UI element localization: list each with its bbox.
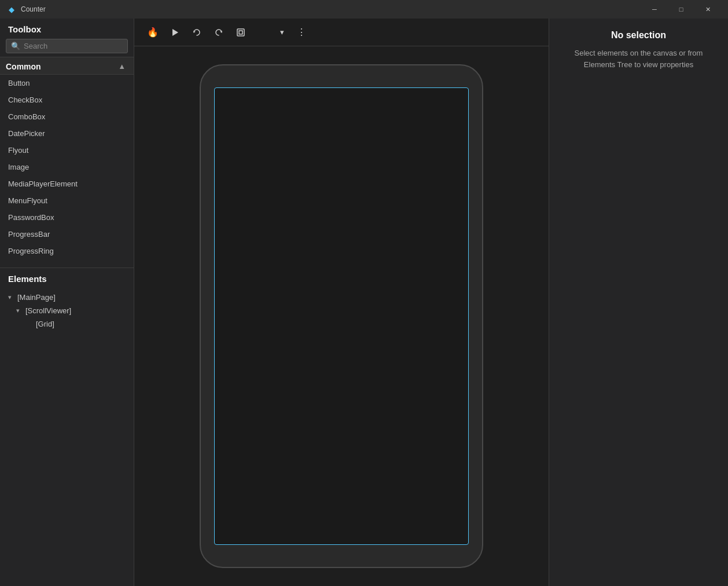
- no-selection-text: Select elements on the canvas or from El…: [561, 47, 716, 70]
- frame-button[interactable]: [231, 23, 250, 42]
- window-controls: ─ □ ✕: [641, 0, 721, 19]
- tree-label-scrollviewer: [ScrollViewer]: [25, 306, 71, 315]
- tree-item-scrollviewer[interactable]: ▾ [ScrollViewer]: [0, 304, 134, 317]
- toolbox-item-menuflyout[interactable]: MenuFlyout: [0, 192, 134, 209]
- dropdown-arrow-icon: ▾: [280, 28, 284, 36]
- expand-arrow-scrollviewer: ▾: [16, 307, 23, 314]
- right-panel: No selection Select elements on the canv…: [549, 19, 728, 586]
- toolbox-header: Toolbox: [0, 19, 134, 39]
- canvas-toolbar: 🔥: [134, 19, 549, 46]
- toolbox-item-mediaplayerelement[interactable]: MediaPlayerElement: [0, 175, 134, 192]
- common-section-header: Common ▲: [0, 57, 134, 75]
- tree-label-grid: [Grid]: [36, 320, 54, 328]
- toolbox-item-flyout[interactable]: Flyout: [0, 142, 134, 159]
- svg-marker-0: [172, 29, 178, 36]
- redo-button[interactable]: [209, 23, 228, 42]
- toolbox-items: Button CheckBox ComboBox DatePicker Flyo…: [0, 75, 134, 259]
- maximize-button[interactable]: □: [668, 0, 694, 19]
- close-button[interactable]: ✕: [694, 0, 721, 19]
- toolbox-item-progressbar[interactable]: ProgressBar: [0, 226, 134, 243]
- tree-item-mainpage[interactable]: ▾ [MainPage]: [0, 291, 134, 304]
- minimize-button[interactable]: ─: [641, 0, 668, 19]
- search-box[interactable]: 🔍: [6, 39, 128, 53]
- tree-item-grid[interactable]: [Grid]: [0, 317, 134, 331]
- main-layout: Toolbox 🔍 Common ▲ Button CheckBox Combo…: [0, 19, 728, 586]
- canvas-content: [134, 46, 549, 586]
- theme-button[interactable]: [253, 23, 272, 42]
- toolbox-section: Toolbox 🔍 Common ▲ Button CheckBox Combo…: [0, 19, 134, 268]
- dropdown-button[interactable]: ▾: [275, 25, 289, 39]
- collapse-common-button[interactable]: ▲: [116, 61, 128, 72]
- undo-button[interactable]: [187, 23, 206, 42]
- toolbox-item-datepicker[interactable]: DatePicker: [0, 125, 134, 142]
- elements-section: Elements ▾ [MainPage] ▾ [ScrollViewer] […: [0, 268, 134, 586]
- app-title: Counter: [21, 5, 46, 13]
- no-selection-title: No selection: [561, 30, 716, 41]
- toolbox-item-combobox[interactable]: ComboBox: [0, 108, 134, 125]
- svg-rect-2: [239, 31, 242, 34]
- expand-arrow-mainpage: ▾: [8, 294, 15, 301]
- toolbox-item-checkbox[interactable]: CheckBox: [0, 91, 134, 108]
- toolbox-item-image[interactable]: Image: [0, 159, 134, 175]
- hot-reload-button[interactable]: 🔥: [144, 23, 162, 42]
- device-screen[interactable]: [214, 87, 469, 545]
- elements-tree: ▾ [MainPage] ▾ [ScrollViewer] [Grid]: [0, 288, 134, 586]
- more-options-button[interactable]: ⋮: [292, 23, 311, 42]
- left-panel: Toolbox 🔍 Common ▲ Button CheckBox Combo…: [0, 19, 134, 586]
- search-icon: 🔍: [11, 42, 20, 50]
- titlebar: ◆ Counter ─ □ ✕: [0, 0, 728, 19]
- svg-rect-1: [237, 29, 244, 36]
- search-input[interactable]: [24, 42, 123, 50]
- play-button[interactable]: [166, 23, 184, 42]
- app-icon: ◆: [7, 5, 16, 14]
- toolbox-item-passwordbox[interactable]: PasswordBox: [0, 209, 134, 226]
- canvas-area: 🔥: [134, 19, 549, 586]
- device-frame: [200, 64, 483, 568]
- tree-label-mainpage: [MainPage]: [17, 293, 56, 302]
- toolbox-item-button[interactable]: Button: [0, 75, 134, 91]
- common-label: Common: [6, 62, 41, 71]
- toolbox-item-progressring[interactable]: ProgressRing: [0, 243, 134, 259]
- elements-header: Elements: [0, 268, 134, 288]
